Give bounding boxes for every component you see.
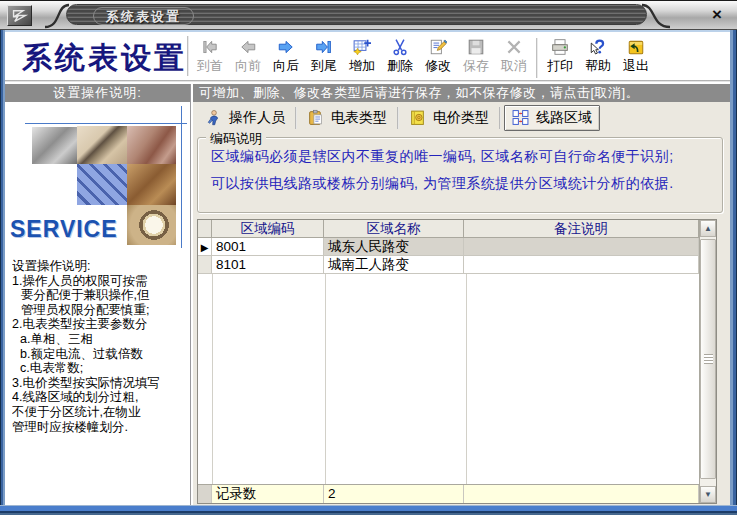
current-row-marker-icon: ▶ (201, 242, 209, 253)
instruction-line: 1.操作人员的权限可按需 (12, 274, 189, 289)
operator-person-icon (205, 109, 222, 126)
titlebar-left-curve (44, 3, 70, 29)
column-header-note[interactable]: 备注说明 (464, 220, 699, 237)
photo-tools-red (127, 126, 176, 164)
toolbar-print-button[interactable]: 打印 (541, 35, 579, 82)
instruction-line: 管理时应按楼幢划分. (12, 420, 189, 435)
tab-label: 操作人员 (229, 109, 285, 127)
toolbar-button-label: 增加 (349, 57, 375, 75)
toolbar-edit-button[interactable]: 修改 (419, 35, 457, 82)
titlebar-right-curve (641, 3, 671, 29)
cell-region-name: 城南工人路变 (324, 256, 464, 273)
floppy-disk-icon (467, 38, 485, 56)
toolbar-button-label: 删除 (387, 57, 413, 75)
groupbox-line: 区域编码必须是辖区内不重复的唯一编码, 区域名称可自行命名便于识别; (211, 148, 722, 166)
toolbar-button-label: 退出 (623, 57, 649, 75)
scissors-icon (391, 38, 409, 56)
exit-folder-icon (627, 38, 645, 56)
grid-column-line (325, 274, 326, 484)
toolbar-separator (536, 38, 538, 78)
toolbar-button-label: 保存 (463, 57, 489, 75)
toolbar-button-label: 到尾 (311, 57, 337, 75)
toolbar-help-button[interactable]: 帮助 (579, 35, 617, 82)
toolbar-exit-button[interactable]: 退出 (617, 35, 655, 82)
line-area-blocks-icon (512, 109, 529, 126)
scroll-down-icon[interactable]: ▼ (700, 486, 716, 503)
tab-bar: 操作人员 电表类型 电价类型 (193, 103, 730, 132)
table-empty-area (198, 274, 699, 484)
toolbar-next-button[interactable]: 向后 (267, 35, 305, 82)
table-scrollbar[interactable]: ▲ ▼ (699, 220, 716, 503)
toolbar-previous-button: 向前 (229, 35, 267, 82)
column-header-region-code[interactable]: 区域编码 (212, 220, 324, 237)
instruction-line: b.额定电流、过载倍数 (12, 347, 189, 362)
price-book-icon (409, 109, 426, 126)
region-table: 区域编码 区域名称 备注说明 ▶ 8001 城东人民路变 8101 城南工人路变 (197, 219, 717, 504)
tab-separator (499, 107, 501, 129)
table-header-row: 区域编码 区域名称 备注说明 (198, 220, 699, 238)
photo-metal-tools (32, 127, 77, 164)
record-count-value: 2 (324, 485, 464, 503)
go-next-icon (277, 38, 295, 56)
header-groove (5, 80, 730, 82)
toolbar: 到首 向前 向后 到尾 (191, 34, 655, 82)
toolbar-last-button[interactable]: 到尾 (305, 35, 343, 82)
tab-meter-type[interactable]: 电表类型 (300, 106, 394, 130)
photo-keyboard (77, 164, 127, 205)
table-row[interactable]: 8101 城南工人路变 (198, 256, 699, 274)
table-header-marker-cell (198, 220, 212, 237)
cancel-x-icon (505, 38, 523, 56)
toolbar-add-button[interactable]: 增加 (343, 35, 381, 82)
coding-description-groupbox: 编码说明 区域编码必须是辖区内不重复的唯一编码, 区域名称可自行命名便于识别; … (197, 137, 723, 213)
instruction-line: 3.电价类型按实际情况填写 (12, 376, 189, 391)
close-button[interactable]: × (706, 4, 728, 26)
scrollbar-grip (704, 354, 713, 364)
table-row[interactable]: ▶ 8001 城东人民路变 (198, 238, 699, 256)
header-separator (187, 36, 189, 76)
toolbar-save-button: 保存 (457, 35, 495, 82)
window-title: 系统表设置 (93, 7, 194, 25)
notice-bar: 可增加、删除、修改各类型后请进行保存，如不保存修改，请点击[取消]。 (193, 84, 730, 102)
scrollbar-thumb[interactable] (700, 239, 716, 479)
tab-price-type[interactable]: 电价类型 (402, 106, 496, 130)
cell-region-name: 城东人民路变 (324, 238, 464, 255)
tab-operators[interactable]: 操作人员 (198, 106, 292, 130)
tab-separator (397, 107, 399, 129)
app-logo-icon[interactable] (7, 5, 32, 26)
main-panel: 可增加、删除、修改各类型后请进行保存，如不保存修改，请点击[取消]。 操作人员 (193, 84, 730, 505)
groupbox-title: 编码说明 (206, 130, 266, 148)
column-header-region-name[interactable]: 区域名称 (324, 220, 464, 237)
instruction-line: 4.线路区域的划分过粗, (12, 390, 189, 405)
titlebar-ridge-decoration: 系统表设置 (66, 4, 647, 25)
edit-record-icon (429, 38, 447, 56)
footer-empty-cell (464, 485, 699, 503)
instruction-line: 2.电表类型按主要参数分 (12, 317, 189, 332)
window-border-right (730, 30, 737, 515)
instruction-line: 不便于分区统计,在物业 (12, 405, 189, 420)
meter-clipboard-icon (307, 109, 324, 126)
sidebar: 设置操作说明: SERVICE 设置操作说明: 1.操作人员的权限可按需 要分配… (5, 84, 191, 505)
toolbar-button-label: 到首 (197, 57, 223, 75)
grid-column-line (212, 274, 213, 484)
sidebar-header: 设置操作说明: (5, 84, 190, 102)
tab-label: 电表类型 (331, 109, 387, 127)
add-record-icon (353, 38, 371, 56)
row-marker-cell (198, 256, 212, 273)
table-footer-row: 记录数 2 (198, 484, 699, 503)
footer-marker-cell (198, 485, 212, 503)
go-last-icon (315, 38, 333, 56)
printer-icon (551, 38, 569, 56)
toolbar-delete-button[interactable]: 删除 (381, 35, 419, 82)
cell-region-code: 8101 (212, 256, 324, 273)
help-cursor-icon (589, 38, 607, 56)
titlebar: 系统表设置 × (0, 0, 737, 30)
go-previous-icon (239, 38, 257, 56)
tab-line-area[interactable]: 线路区域 (504, 105, 600, 131)
row-marker-cell: ▶ (198, 238, 212, 255)
groupbox-line: 可以按供电线路或楼栋分别编码, 为管理系统提供分区域统计分析的依据. (211, 175, 722, 193)
toolbar-first-button: 到首 (191, 35, 229, 82)
toolbar-button-label: 取消 (501, 57, 527, 75)
toolbar-button-label: 向后 (273, 57, 299, 75)
header-bar: 系统表设置 到首 向前 向后 (5, 30, 730, 82)
scroll-up-icon[interactable]: ▲ (700, 220, 716, 237)
